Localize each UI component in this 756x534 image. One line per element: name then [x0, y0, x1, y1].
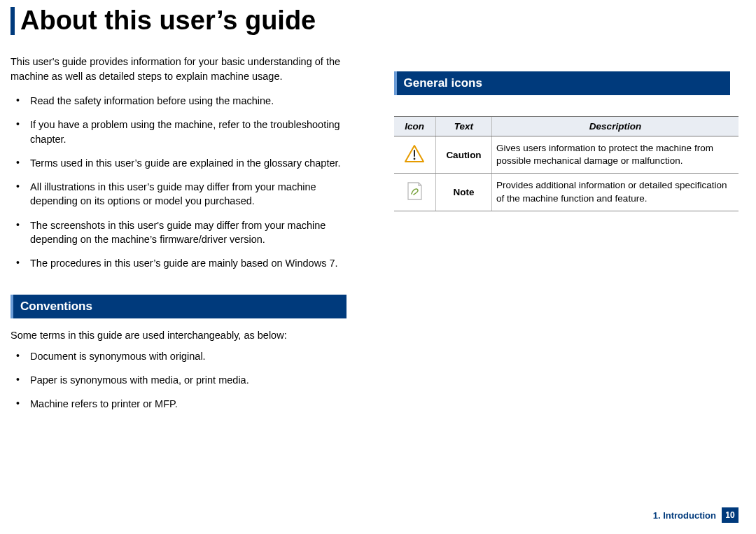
page-footer: 1. Introduction 10: [653, 507, 738, 523]
conventions-intro: Some terms in this guide are used interc…: [10, 330, 356, 341]
icon-text: Caution: [436, 136, 492, 173]
icon-cell: [394, 174, 436, 211]
page-content: About this user’s guide This user's guid…: [0, 0, 756, 421]
list-item: Document is synonymous with original.: [13, 349, 356, 363]
list-item: Paper is synonymous with media, or print…: [13, 373, 356, 387]
icon-cell: [394, 136, 436, 173]
table-row: Caution Gives users information to prote…: [394, 136, 739, 173]
main-bullet-list: Read the safety information before using…: [10, 94, 356, 271]
footer-page-number: 10: [722, 507, 738, 523]
icon-text: Note: [436, 174, 492, 211]
right-column: General icons Icon Text Description: [394, 55, 739, 421]
page-title: About this user’s guide: [20, 7, 738, 35]
icon-description: Gives users information to protect the m…: [492, 136, 739, 173]
table-header-row: Icon Text Description: [394, 116, 739, 136]
section-heading-conventions: Conventions: [10, 295, 346, 318]
left-column: This user's guide provides information f…: [10, 55, 356, 421]
intro-paragraph: This user's guide provides information f…: [10, 55, 356, 84]
list-item: Read the safety information before using…: [13, 94, 356, 108]
table-header-icon: Icon: [394, 116, 436, 136]
note-icon: [405, 181, 424, 204]
conventions-bullet-list: Document is synonymous with original. Pa…: [10, 349, 356, 412]
list-item: The screenshots in this user's guide may…: [13, 218, 356, 247]
table-row: Note Provides additional information or …: [394, 174, 739, 211]
caution-icon: [404, 144, 425, 166]
footer-chapter: 1. Introduction: [653, 510, 716, 521]
list-item: Machine refers to printer or MFP.: [13, 397, 356, 411]
list-item: The procedures in this user’s guide are …: [13, 256, 356, 270]
list-item: If you have a problem using the machine,…: [13, 118, 356, 146]
general-icons-table: Icon Text Description: [394, 116, 739, 211]
list-item: Terms used in this user’s guide are expl…: [13, 156, 356, 170]
page-title-bar: About this user’s guide: [10, 7, 738, 35]
table-header-text: Text: [436, 116, 492, 136]
icon-description: Provides additional information or detai…: [492, 174, 739, 211]
table-header-description: Description: [492, 116, 739, 136]
svg-point-2: [414, 157, 416, 160]
list-item: All illustrations in this user’s guide m…: [13, 180, 356, 209]
section-heading-general-icons: General icons: [394, 71, 730, 95]
two-column-layout: This user's guide provides information f…: [10, 55, 738, 421]
